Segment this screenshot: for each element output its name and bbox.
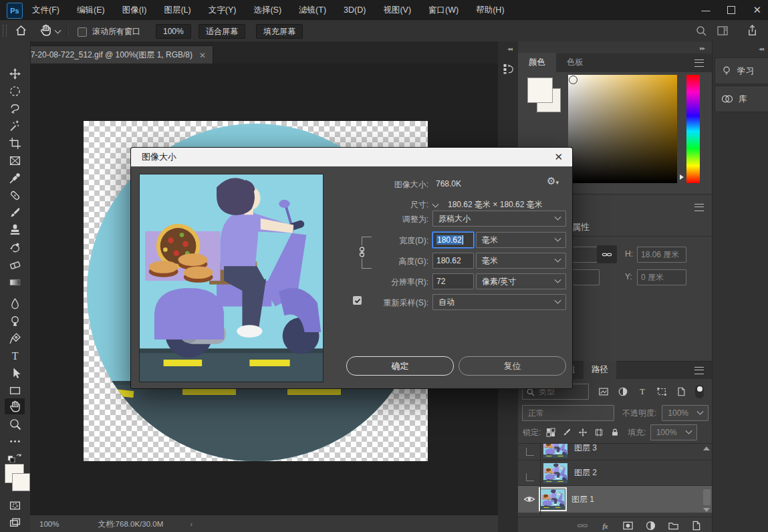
- lock-position-icon[interactable]: [578, 428, 588, 437]
- background-color-swatch[interactable]: [12, 473, 30, 491]
- menu-window[interactable]: 窗口(W): [428, 5, 459, 16]
- more-tools-icon[interactable]: [5, 433, 25, 449]
- maximize-button[interactable]: [727, 6, 735, 14]
- history-brush-tool[interactable]: [5, 239, 25, 255]
- libraries-panel-button[interactable]: 库: [715, 86, 768, 112]
- eraser-tool[interactable]: [5, 257, 25, 273]
- menu-3d[interactable]: 3D(D): [344, 5, 366, 15]
- layer-1-name[interactable]: 图层 1: [571, 494, 594, 505]
- document-tab[interactable]: 17-20-08-722_512.gif @ 100%(图层 1, RGB/8)…: [19, 45, 213, 64]
- hand-tool[interactable]: [5, 398, 25, 414]
- dialog-close-icon[interactable]: ✕: [554, 151, 563, 163]
- clone-stamp-tool[interactable]: [5, 222, 25, 238]
- blur-tool[interactable]: [5, 295, 25, 311]
- fill-screen-button[interactable]: 填充屏幕: [256, 24, 303, 39]
- menu-edit[interactable]: 编辑(E): [77, 5, 105, 16]
- fit-screen-button[interactable]: 适合屏幕: [199, 24, 245, 39]
- dodge-tool[interactable]: [5, 313, 25, 329]
- menu-file[interactable]: 文件(F): [32, 5, 59, 16]
- lock-artboard-icon[interactable]: [594, 428, 604, 437]
- fill-select[interactable]: 100%: [650, 424, 697, 440]
- menu-layer[interactable]: 图层(L): [164, 5, 190, 16]
- fit-to-select[interactable]: 原稿大小: [432, 211, 566, 227]
- lock-all-icon[interactable]: [610, 428, 620, 437]
- gradient-tool[interactable]: [5, 274, 25, 290]
- close-button[interactable]: ✕: [753, 4, 761, 16]
- filter-type-icon[interactable]: T: [637, 386, 648, 397]
- filter-shape-icon[interactable]: [656, 386, 667, 397]
- height-unit-select[interactable]: 毫米: [476, 253, 566, 269]
- menu-filter[interactable]: 滤镜(T): [299, 5, 326, 16]
- filter-adjustment-icon[interactable]: [618, 386, 628, 397]
- layers-menu-icon[interactable]: [694, 367, 704, 374]
- default-swap-colors-icon[interactable]: [5, 449, 25, 465]
- width-unit-select[interactable]: 毫米: [476, 232, 566, 248]
- collapse-rdock-icon[interactable]: ◂◂: [759, 45, 763, 52]
- filter-smartobject-icon[interactable]: [676, 386, 686, 397]
- menu-image[interactable]: 图像(I): [122, 5, 147, 16]
- resample-select[interactable]: 自动: [432, 294, 566, 310]
- dimensions-chevron-icon[interactable]: [433, 199, 438, 211]
- hand-tool-option[interactable]: [39, 23, 60, 37]
- frame-tool[interactable]: [5, 152, 25, 168]
- tab-color[interactable]: 颜色: [518, 53, 556, 72]
- learn-panel-button[interactable]: 学习: [715, 57, 768, 84]
- zoom-tool[interactable]: [5, 416, 25, 432]
- lasso-tool[interactable]: [5, 100, 25, 116]
- history-panel-icon[interactable]: [501, 59, 515, 79]
- width-input[interactable]: 180.62: [432, 232, 474, 248]
- quick-mask-icon[interactable]: [5, 497, 25, 513]
- app-icon[interactable]: Ps: [7, 3, 23, 19]
- hue-marker[interactable]: [680, 174, 684, 180]
- prop-y-value-box[interactable]: 0 厘米: [637, 269, 686, 285]
- workspace-icon[interactable]: [717, 25, 729, 37]
- color-fg-swatch[interactable]: [527, 78, 553, 103]
- layer-row-2[interactable]: 图层 2: [518, 460, 712, 486]
- resolution-input[interactable]: 72: [432, 273, 474, 289]
- opacity-select[interactable]: 100%: [662, 405, 709, 421]
- reset-button[interactable]: 复位: [459, 356, 566, 376]
- menu-type[interactable]: 文字(Y): [209, 5, 237, 16]
- lock-transparent-icon[interactable]: [546, 428, 555, 437]
- home-icon[interactable]: [15, 24, 27, 37]
- new-layer-icon[interactable]: [690, 520, 702, 531]
- color-field[interactable]: [568, 75, 677, 183]
- dialog-titlebar[interactable]: 图像大小 ✕: [131, 148, 572, 166]
- menu-view[interactable]: 视图(V): [383, 5, 411, 16]
- layer-3-name[interactable]: 图层 3: [574, 443, 597, 454]
- tab-swatches[interactable]: 色板: [556, 53, 594, 72]
- screen-mode-icon[interactable]: [5, 515, 25, 531]
- share-icon[interactable]: [746, 24, 759, 37]
- color-field-cursor[interactable]: [569, 76, 578, 84]
- scroll-down-icon[interactable]: [703, 508, 710, 512]
- pen-tool[interactable]: [5, 330, 25, 346]
- image-preview[interactable]: [139, 174, 324, 382]
- collapse-dock-icon[interactable]: ▸▸: [700, 45, 705, 51]
- menu-help[interactable]: 帮助(H): [476, 5, 504, 16]
- healing-brush-tool[interactable]: [5, 187, 25, 203]
- layer-row-1-selected[interactable]: 图层 1: [518, 486, 712, 513]
- crop-tool[interactable]: [5, 135, 25, 151]
- layer-2-name[interactable]: 图层 2: [574, 467, 597, 479]
- properties-menu-icon[interactable]: [694, 204, 704, 211]
- eyedropper-tool[interactable]: [5, 170, 25, 186]
- lock-pixels-icon[interactable]: [562, 428, 571, 437]
- options-grip[interactable]: [3, 25, 7, 37]
- scroll-all-windows-checkbox[interactable]: [78, 27, 87, 37]
- layer-3-thumbnail[interactable]: [543, 443, 567, 458]
- zoom-100-button[interactable]: 100%: [156, 24, 191, 39]
- blend-mode-select[interactable]: 正常: [522, 405, 614, 421]
- link-layers-icon[interactable]: [577, 520, 588, 531]
- scroll-up-icon[interactable]: [703, 446, 710, 450]
- marquee-tool[interactable]: [5, 83, 25, 99]
- hue-slider[interactable]: [686, 75, 700, 183]
- scroll-all-windows-option[interactable]: 滚动所有窗口: [78, 26, 140, 37]
- scrollbar-thumb[interactable]: [703, 489, 711, 505]
- tab-close-icon[interactable]: ✕: [199, 51, 206, 60]
- ok-button[interactable]: 确定: [346, 356, 454, 376]
- layer-mask-icon[interactable]: [622, 520, 634, 531]
- filter-toggle-pin[interactable]: [695, 385, 704, 398]
- brush-tool[interactable]: [5, 205, 25, 221]
- status-zoom-level[interactable]: 100%: [39, 520, 59, 528]
- filter-pixel-icon[interactable]: [598, 386, 609, 397]
